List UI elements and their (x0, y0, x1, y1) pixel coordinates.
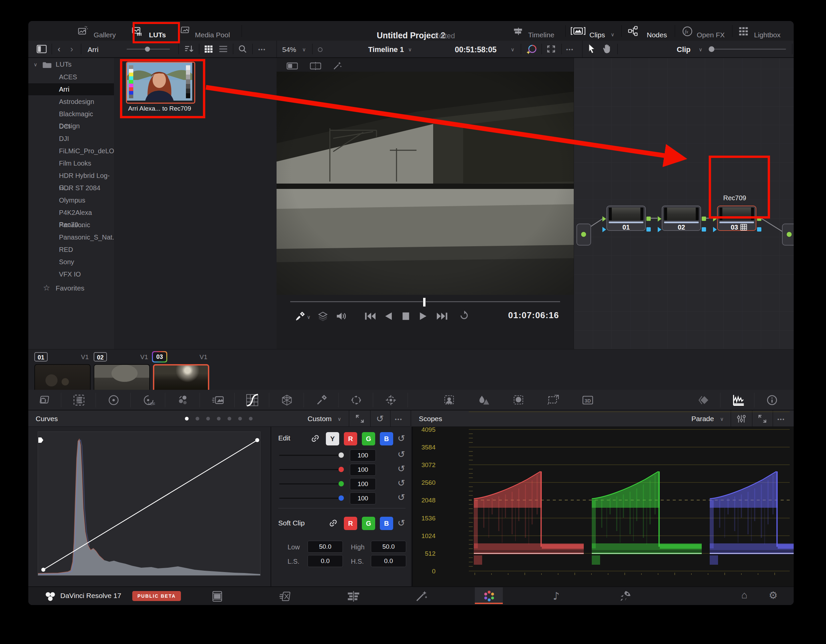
camera-raw-icon[interactable] (38, 394, 51, 406)
corrector-node-01[interactable]: 01 (606, 206, 646, 231)
sidebar-item-film-looks[interactable]: Film Looks (28, 157, 114, 169)
curve-graph[interactable] (38, 431, 261, 576)
sort-icon[interactable] (184, 45, 194, 53)
curves-page-dot-4[interactable] (217, 417, 220, 421)
color-picker-icon[interactable] (295, 312, 305, 321)
grade-mode-chevron-icon[interactable]: ∨ (699, 47, 702, 53)
sidebar-item-aces[interactable]: ACES (28, 71, 114, 83)
r-gain-slider[interactable] (279, 469, 343, 470)
sidebar-item-vfx-io[interactable]: VFX IO (28, 268, 114, 280)
viewer-expand-icon[interactable] (547, 45, 556, 53)
grid-view-icon[interactable] (204, 45, 213, 53)
g-gain-knob[interactable] (338, 481, 344, 486)
r-gain-value[interactable]: 100 (350, 464, 376, 476)
clips-chevron-icon[interactable]: ∨ (611, 32, 615, 38)
b-gain-slider[interactable] (279, 498, 343, 499)
key-output-square[interactable] (702, 227, 706, 231)
b-gain-value[interactable]: 100 (350, 492, 376, 504)
sidebar-item-sony[interactable]: Sony (28, 256, 114, 268)
layers-icon[interactable] (318, 311, 328, 321)
y-reset-icon[interactable]: ↺ (397, 450, 405, 459)
forward-chevron-icon[interactable]: › (70, 44, 73, 54)
media-page-icon[interactable] (211, 590, 224, 603)
deliver-page-icon[interactable] (619, 590, 631, 603)
soft-clip-r-button[interactable]: R (344, 517, 357, 530)
viewer-zoom-level[interactable]: 54% (282, 46, 296, 54)
channel-b-button[interactable]: B (380, 432, 393, 445)
sidebar-item-hdr-st2084[interactable]: HDR ST 2084 (28, 182, 114, 194)
magic-mask-icon[interactable] (443, 394, 455, 406)
browser-more-options[interactable]: ••• (258, 47, 266, 53)
sidebar-item-panasonic[interactable]: Panasonic (28, 219, 114, 231)
edit-reset-icon[interactable]: ↺ (397, 434, 405, 443)
qualifier-picker-icon[interactable] (315, 394, 328, 406)
audio-mute-icon[interactable] (335, 311, 347, 321)
output-input-dot[interactable] (786, 231, 792, 237)
loop-icon[interactable] (459, 310, 469, 321)
g-reset-icon[interactable]: ↺ (397, 479, 405, 488)
tab-nodes[interactable]: Nodes (647, 31, 667, 39)
ls-value[interactable]: 0.0 (307, 555, 343, 567)
channel-r-button[interactable]: R (344, 432, 357, 445)
scopes-icon-active[interactable] (732, 393, 745, 407)
output-node[interactable] (782, 223, 794, 245)
edit-page-icon[interactable] (347, 590, 360, 603)
stereo-icon[interactable] (698, 394, 711, 406)
hand-tool-icon[interactable] (602, 43, 612, 54)
home-icon[interactable]: ⌂ (741, 590, 747, 601)
soft-clip-reset-icon[interactable]: ↺ (397, 519, 405, 528)
sidebar-item-hdr-hlg[interactable]: HDR Hybrid Log-G... (28, 169, 114, 182)
sidebar-root-row[interactable]: ∨ LUTs (28, 59, 114, 71)
info-icon[interactable] (766, 394, 778, 406)
node-zoom-knob[interactable] (709, 46, 714, 52)
rgb-input-triangle[interactable] (713, 216, 717, 222)
sidebar-item-p4k2alexa[interactable]: P4K2Alexa Rec70... (28, 206, 114, 219)
y-gain-knob[interactable] (338, 452, 344, 458)
playhead[interactable] (423, 298, 426, 307)
b-reset-icon[interactable]: ↺ (397, 493, 405, 502)
timeline-name[interactable]: Timeline 1 (368, 45, 404, 54)
fairlight-page-icon[interactable]: ♪ (551, 590, 564, 603)
soft-clip-b-button[interactable]: B (380, 517, 393, 530)
magic-wand-icon[interactable] (332, 61, 342, 71)
settings-gear-icon[interactable]: ⚙ (769, 590, 778, 601)
soft-clip-g-button[interactable]: G (362, 517, 375, 530)
lut-thumbnail[interactable] (126, 62, 195, 104)
picker-chevron-icon[interactable]: ∨ (307, 314, 311, 320)
curves-mode-select[interactable]: Custom (307, 415, 332, 423)
cut-page-icon[interactable] (279, 590, 292, 603)
clip3-thumbnail-selected[interactable] (153, 364, 209, 394)
go-to-end-icon[interactable] (437, 312, 448, 321)
rgb-input-triangle[interactable] (658, 216, 661, 222)
sidebar-item-panasonic-s[interactable]: Panasonic_S_Nat... (28, 231, 114, 243)
channel-g-button[interactable]: G (362, 432, 375, 445)
gang-link-icon[interactable] (310, 433, 320, 444)
stop-icon[interactable] (402, 312, 410, 321)
sidebar-item-blackmagic-design[interactable]: Blackmagic Design (28, 108, 114, 120)
channel-y-button[interactable]: Y (326, 432, 339, 445)
sidebar-item-arri[interactable]: Arri (28, 83, 114, 95)
search-icon[interactable] (238, 45, 247, 53)
low-value[interactable]: 50.0 (307, 541, 343, 553)
key-input-triangle[interactable] (602, 227, 606, 232)
sidebar-item-dci[interactable]: DCI (28, 120, 114, 132)
node-zoom-slider[interactable] (709, 49, 786, 50)
high-value[interactable]: 50.0 (371, 541, 406, 553)
rgb-output-square[interactable] (702, 217, 706, 221)
rgb-input-triangle[interactable] (602, 216, 606, 222)
curves-reset-icon[interactable]: ↺ (376, 414, 384, 424)
color-wheels-icon[interactable] (73, 394, 85, 406)
thumbnail-size-knob[interactable] (145, 47, 150, 52)
motion-effects-icon[interactable] (211, 394, 224, 406)
sidebar-item-astrodesign[interactable]: Astrodesign (28, 96, 114, 108)
key-input-triangle[interactable] (658, 227, 661, 232)
sizing-icon[interactable] (547, 394, 559, 406)
curves-page-dot-6[interactable] (238, 417, 242, 421)
sidebar-item-red[interactable]: RED (28, 244, 114, 256)
soft-clip-link-icon[interactable] (328, 518, 338, 528)
tab-open-fx[interactable]: Open FX (697, 31, 725, 39)
fusion-page-icon[interactable] (415, 590, 427, 603)
curves-page-dot-1[interactable] (185, 417, 189, 421)
key-output-square[interactable] (757, 227, 761, 231)
curves-more-options[interactable]: ••• (395, 416, 402, 422)
